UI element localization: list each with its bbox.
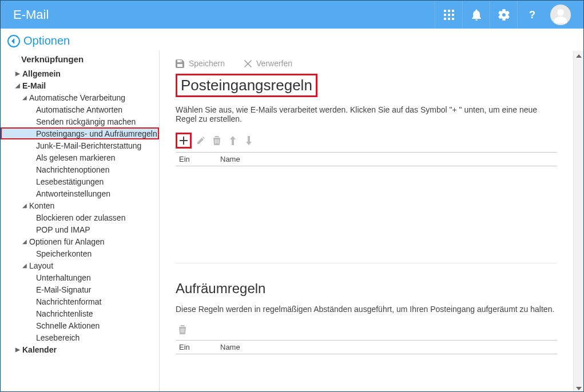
sidebar-item[interactable]: Unterhaltungen [1, 271, 159, 283]
svg-point-10 [557, 9, 564, 16]
inbox-rules-toolbar [176, 133, 557, 149]
col-name: Name [217, 341, 557, 354]
toolbar: Speichern Verwerfen [176, 55, 557, 74]
plus-icon[interactable] [176, 133, 192, 149]
caret-down-icon: ◢ [22, 94, 28, 101]
svg-rect-4 [448, 14, 450, 16]
sidebar-item[interactable]: Automatische Antworten [1, 103, 159, 115]
sidebar-item-label: Kalender [22, 345, 57, 354]
sidebar-item-label: Antworteinstellungen [36, 189, 110, 198]
svg-rect-7 [448, 18, 450, 20]
svg-rect-8 [452, 18, 454, 20]
header-icon-group: ? [435, 1, 571, 29]
inbox-rules-desc: Wählen Sie aus, wie E-Mails verarbeitet … [176, 105, 557, 123]
sidebar-item-label: Automatische Verarbeitung [29, 93, 125, 102]
sidebar-item-label: Posteingangs- und Aufräumregeln [36, 129, 157, 138]
sidebar-item[interactable]: Nachrichtenliste [1, 307, 159, 319]
sweep-rules-toolbar [176, 323, 557, 337]
svg-rect-6 [444, 18, 446, 20]
col-name: Name [217, 153, 557, 166]
trash-icon[interactable] [176, 323, 189, 337]
sidebar-item[interactable]: Als gelesen markieren [1, 151, 159, 163]
sidebar-item[interactable]: Lesebestätigungen [1, 175, 159, 187]
sidebar-item-label: Nachrichtenformat [36, 297, 101, 306]
caret-down-icon: ◢ [22, 202, 28, 209]
sidebar-item[interactable]: Junk-E-Mail-Berichterstattung [1, 139, 159, 151]
app-title: E-Mail [13, 7, 435, 22]
arrow-up-icon[interactable] [226, 134, 240, 147]
sidebar: Verknüpfungen ▶Allgemein◢E-Mail◢Automati… [1, 51, 160, 392]
sidebar-item[interactable]: ▶Allgemein [1, 67, 159, 79]
caret-right-icon: ▶ [15, 70, 21, 77]
sidebar-item-label: Unterhaltungen [36, 273, 91, 282]
sidebar-item[interactable]: ◢Konten [1, 199, 159, 211]
arrow-down-icon[interactable] [242, 134, 256, 147]
sidebar-item-label: Nachrichtenliste [36, 309, 93, 318]
avatar[interactable] [550, 5, 571, 25]
save-label: Speichern [189, 59, 225, 68]
sidebar-item[interactable]: ◢Optionen für Anlagen [1, 235, 159, 247]
svg-rect-5 [452, 14, 454, 16]
discard-button[interactable]: Verwerfen [244, 59, 292, 68]
sidebar-item[interactable]: Antworteinstellungen [1, 187, 159, 199]
sidebar-item-label: Blockieren oder zulassen [36, 213, 125, 222]
sidebar-item[interactable]: Nachrichtenformat [1, 295, 159, 307]
svg-rect-2 [452, 10, 454, 12]
svg-text:?: ? [529, 9, 535, 21]
sidebar-item-label: E-Mail [22, 81, 46, 90]
sweep-table-header: Ein Name [176, 340, 557, 354]
sidebar-item[interactable]: Blockieren oder zulassen [1, 211, 159, 223]
caret-down-icon: ◢ [22, 238, 28, 245]
apps-icon[interactable] [435, 1, 462, 29]
app-header: E-Mail ? [1, 1, 583, 29]
sidebar-item[interactable]: POP und IMAP [1, 223, 159, 235]
sweep-rules-title: Aufräumregeln [176, 281, 557, 297]
sidebar-item[interactable]: Schnelle Aktionen [1, 319, 159, 331]
sidebar-item[interactable]: ▶Kalender [1, 343, 159, 355]
sidebar-item[interactable]: Speicherkonten [1, 247, 159, 259]
sidebar-item[interactable]: Lesebereich [1, 331, 159, 343]
sidebar-item-label: Lesebestätigungen [36, 177, 104, 186]
help-icon[interactable]: ? [517, 1, 545, 29]
sidebar-item-label: Nachrichtenoptionen [36, 165, 109, 174]
sidebar-item[interactable]: Nachrichtenoptionen [1, 163, 159, 175]
caret-right-icon: ▶ [15, 346, 21, 353]
caret-down-icon: ◢ [15, 82, 21, 89]
inbox-rules-title: Posteingangsregeln [176, 74, 317, 97]
col-on: Ein [176, 341, 217, 354]
sidebar-item-label: Optionen für Anlagen [29, 237, 105, 246]
sidebar-item[interactable]: E-Mail-Signatur [1, 283, 159, 295]
edit-icon[interactable] [194, 134, 208, 147]
scrollbar[interactable] [573, 51, 583, 392]
sidebar-item-label: Automatische Antworten [36, 105, 122, 114]
sidebar-item-label: Senden rückgängig machen [36, 117, 136, 126]
gear-icon[interactable] [490, 1, 517, 29]
svg-rect-1 [448, 10, 450, 12]
discard-label: Verwerfen [256, 59, 292, 68]
sidebar-item-label: Lesebereich [36, 333, 80, 342]
trash-icon[interactable] [210, 134, 224, 147]
sidebar-item[interactable]: Posteingangs- und Aufräumregeln [1, 127, 159, 139]
sidebar-item-label: Allgemein [22, 69, 61, 78]
scroll-down-icon[interactable] [574, 383, 583, 392]
sidebar-item[interactable]: Senden rückgängig machen [1, 115, 159, 127]
sidebar-item-label: E-Mail-Signatur [36, 285, 91, 294]
sidebar-item-label: Konten [29, 201, 54, 210]
sidebar-item-label: Junk-E-Mail-Berichterstattung [36, 141, 141, 150]
sidebar-item-label: Als gelesen markieren [36, 153, 116, 162]
back-icon[interactable] [7, 35, 20, 47]
back-row: Optionen [1, 29, 583, 51]
svg-rect-12 [180, 140, 188, 141]
sidebar-item[interactable]: ◢E-Mail [1, 79, 159, 91]
save-button[interactable]: Speichern [176, 59, 225, 68]
sidebar-heading: Verknüpfungen [1, 53, 159, 67]
sidebar-item[interactable]: ◢Layout [1, 259, 159, 271]
inbox-table-header: Ein Name [176, 152, 557, 166]
sidebar-item[interactable]: ◢Automatische Verarbeitung [1, 91, 159, 103]
back-label: Optionen [23, 34, 70, 47]
inbox-table-body [176, 166, 557, 263]
caret-down-icon: ◢ [22, 262, 28, 269]
scroll-up-icon[interactable] [574, 51, 583, 61]
svg-rect-3 [444, 14, 446, 16]
bell-icon[interactable] [462, 1, 490, 29]
